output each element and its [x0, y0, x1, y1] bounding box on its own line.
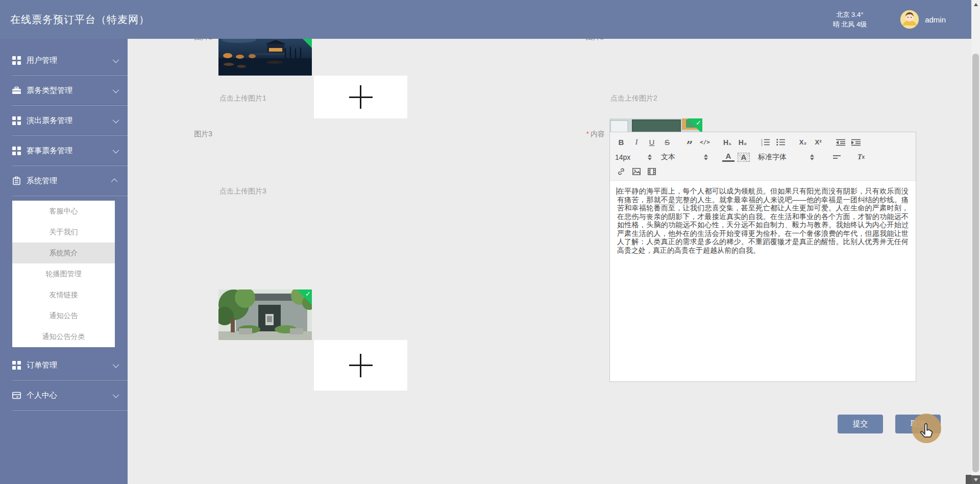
underline-button[interactable]: U — [646, 136, 658, 149]
triangle-down-icon — [974, 478, 978, 481]
upload-button-image3[interactable] — [314, 340, 407, 391]
submenu-item-friend-links[interactable]: 友情链接 — [12, 284, 115, 305]
link-icon[interactable] — [615, 165, 627, 178]
sidebar-item-system-management[interactable]: 系统管理 — [0, 166, 128, 196]
upload-button-image1[interactable] — [314, 76, 407, 118]
submenu-item-customer-service[interactable]: 客服中心 — [12, 201, 115, 222]
grid-icon — [12, 361, 21, 370]
submenu-item-system-intro[interactable]: 系统简介 — [12, 243, 115, 263]
upload-caption-1: 点击上传图片1 — [219, 94, 266, 103]
select-arrows-icon — [704, 154, 708, 160]
clear-format-button[interactable]: Tx — [855, 151, 867, 163]
grid-icon — [12, 56, 21, 65]
card-icon — [12, 391, 21, 400]
sidebar: 用户管理 票务类型管理 演出票务管理 赛事票务管理 系统管理 客服中心 关于我们 — [0, 39, 128, 484]
required-asterisk: * — [586, 130, 589, 138]
weather-condition: 晴 北风 4级 — [833, 19, 867, 29]
page-title: 在线票务预订平台（特麦网） — [10, 13, 150, 27]
highlight-color-button[interactable]: A — [738, 153, 750, 162]
select-arrows-icon — [648, 154, 652, 160]
briefcase-icon — [12, 86, 21, 95]
bold-button[interactable]: B — [615, 136, 627, 149]
app-window: 图片1 — [0, 0, 980, 484]
heading1-button[interactable]: H₁ — [721, 136, 733, 149]
avatar-image — [900, 10, 919, 29]
sidebar-item-show-ticket-management[interactable]: 演出票务管理 — [0, 106, 128, 136]
username-label[interactable]: admin — [925, 15, 946, 24]
divider-icon[interactable] — [830, 151, 843, 163]
code-button[interactable]: </> — [699, 136, 711, 149]
indent-increase-button[interactable] — [850, 136, 862, 149]
triangle-up-icon — [974, 3, 978, 6]
scrollbar-thumb[interactable] — [972, 54, 979, 472]
video-icon[interactable] — [646, 165, 658, 178]
scroll-up-button[interactable] — [971, 0, 980, 9]
upload-caption-2: 点击上传图片2 — [610, 94, 657, 103]
strikethrough-button[interactable]: S — [661, 136, 673, 149]
system-management-submenu: 客服中心 关于我们 系统简介 轮播图管理 友情链接 通知公告 通知公告分类 — [12, 201, 115, 347]
submenu-item-about-us[interactable]: 关于我们 — [12, 222, 115, 243]
submenu-item-notice-category[interactable]: 通知公告分类 — [12, 326, 115, 347]
sidebar-item-user-management[interactable]: 用户管理 — [0, 45, 128, 76]
text-type-select[interactable]: 文本 — [661, 153, 708, 162]
submenu-item-notice[interactable]: 通知公告 — [12, 305, 115, 326]
editor-toolbar: B I U S ” </> H₁ H₂ 123 — [610, 132, 916, 181]
upload-success-badge: ✓ — [297, 289, 312, 305]
unordered-list-button[interactable] — [774, 136, 787, 149]
grid-icon — [12, 147, 21, 155]
chevron-down-icon — [113, 117, 119, 124]
page-scrollbar — [971, 0, 980, 484]
avatar[interactable] — [900, 10, 919, 29]
svg-text:3: 3 — [761, 143, 763, 147]
font-color-button[interactable]: A — [722, 153, 734, 162]
check-icon: ✓ — [696, 119, 701, 127]
image-icon[interactable] — [630, 165, 643, 178]
subscript-button[interactable]: X₂ — [797, 136, 809, 149]
chevron-down-icon — [113, 392, 119, 398]
plus-icon — [349, 354, 373, 377]
superscript-button[interactable]: X² — [812, 136, 824, 149]
grid-icon — [12, 116, 21, 125]
ordered-list-button[interactable]: 123 — [759, 136, 771, 149]
plus-icon — [349, 85, 373, 109]
text-caret — [617, 187, 617, 195]
chevron-down-icon — [113, 147, 119, 154]
rich-text-editor: B I U S ” </> H₁ H₂ 123 — [609, 132, 916, 382]
chevron-down-icon — [113, 87, 119, 93]
heading2-button[interactable]: H₂ — [737, 136, 749, 149]
font-size-select[interactable]: 14px — [615, 153, 652, 161]
clipboard-icon — [12, 177, 21, 185]
weather-city-temp: 北京 3.4° — [833, 10, 867, 19]
sidebar-item-personal-center[interactable]: 个人中心 — [0, 380, 128, 410]
check-icon: ✓ — [305, 290, 311, 298]
upload-caption-3: 点击上传图片3 — [219, 187, 266, 196]
indent-decrease-button[interactable] — [835, 136, 847, 149]
top-header: 在线票务预订平台（特麦网） 北京 3.4° 晴 北风 4级 admin — [0, 0, 971, 39]
font-family-select[interactable]: 标准字体 — [758, 153, 814, 162]
mouse-pointer-icon — [920, 423, 935, 442]
sidebar-item-event-ticket-management[interactable]: 赛事票务管理 — [0, 136, 128, 166]
chevron-up-icon — [111, 179, 118, 185]
editor-content[interactable]: 在平静的海平面上，每个人都可以成为领航员。但如果只有阳光而没有阴影，只有欢乐而没… — [610, 181, 916, 260]
field-label-content: *内容 — [574, 130, 605, 139]
scroll-down-button[interactable] — [971, 475, 980, 484]
scroll-corner — [966, 475, 971, 484]
chevron-down-icon — [113, 57, 119, 63]
weather-widget: 北京 3.4° 晴 北风 4级 — [833, 10, 867, 29]
select-arrows-icon — [810, 154, 814, 160]
submit-button[interactable]: 提交 — [838, 415, 883, 433]
main-content: 图片1 — [128, 39, 971, 484]
sidebar-item-order-management[interactable]: 订单管理 — [0, 350, 128, 380]
italic-button[interactable]: I — [630, 136, 643, 149]
uploaded-image-3[interactable]: ✓ — [218, 289, 312, 340]
chevron-down-icon — [113, 361, 119, 368]
blockquote-button[interactable]: ” — [683, 136, 696, 149]
submenu-item-carousel-management[interactable]: 轮播图管理 — [12, 263, 115, 284]
uploaded-image-1[interactable]: ✓ — [218, 33, 312, 76]
sidebar-item-ticket-type-management[interactable]: 票务类型管理 — [0, 76, 128, 106]
field-label-image3: 图片3 — [189, 130, 212, 139]
